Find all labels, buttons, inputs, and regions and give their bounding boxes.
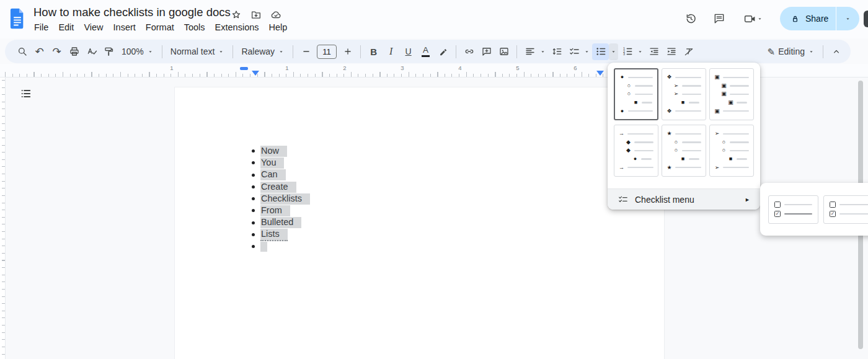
increase-font-size-button[interactable] xyxy=(339,43,356,60)
list-item[interactable]: Checklists xyxy=(175,193,664,205)
right-indent-marker[interactable] xyxy=(596,71,604,76)
checklist-style-option-2[interactable]: ✓ xyxy=(823,195,868,224)
checked-checkbox-icon: ✓ xyxy=(830,211,836,217)
indent-decrease-icon xyxy=(649,46,660,57)
bullet-style-option-6[interactable]: ➢○○■➢ xyxy=(709,125,754,177)
bulleted-list-button[interactable] xyxy=(592,43,609,60)
redo-button[interactable]: ↷ xyxy=(48,43,65,60)
plus-icon xyxy=(342,46,353,57)
decrease-indent-button[interactable] xyxy=(645,43,662,60)
align-button[interactable] xyxy=(521,43,538,60)
spelling-check-button[interactable] xyxy=(83,43,100,60)
bullet-style-option-3[interactable]: ▣▣▣▣▣ xyxy=(709,68,754,120)
undo-button[interactable]: ↶ xyxy=(31,43,48,60)
menu-file[interactable]: File xyxy=(29,21,53,33)
menu-bar: FileEditViewInsertFormatToolsExtensionsH… xyxy=(29,21,292,33)
ruler-inch-label: 6 xyxy=(574,64,577,71)
share-button[interactable]: Share xyxy=(780,7,859,30)
numbered-list-button[interactable]: 123 xyxy=(619,43,636,60)
image-icon xyxy=(498,46,510,57)
hide-menus-button[interactable] xyxy=(828,43,844,60)
font-size-input[interactable]: 11 xyxy=(317,45,337,59)
bullet-style-options: ●○○■●❖➢➢■❖▣▣▣▣▣→◆◆●→★○○■★➢○○■➢ xyxy=(614,68,754,177)
menu-tools[interactable]: Tools xyxy=(179,21,210,33)
insert-image-button[interactable] xyxy=(495,43,512,60)
selected-word: Create xyxy=(260,182,296,193)
link-icon xyxy=(464,46,475,57)
first-line-indent-marker[interactable] xyxy=(240,67,248,70)
menu-edit[interactable]: Edit xyxy=(53,21,79,33)
bold-button[interactable]: B xyxy=(365,43,382,60)
list-item[interactable]: Create xyxy=(175,181,664,193)
document-title[interactable]: How to make checklists in google docs xyxy=(33,6,231,19)
increase-indent-button[interactable] xyxy=(663,43,680,60)
join-call-button[interactable] xyxy=(740,10,766,27)
ruler-inch-label: 5 xyxy=(516,64,519,71)
decrease-font-size-button[interactable] xyxy=(298,43,314,60)
bullet-style-option-4[interactable]: →◆◆●→ xyxy=(614,125,658,177)
add-comment-icon xyxy=(481,46,492,57)
list-item[interactable]: From xyxy=(175,205,664,216)
bullet-style-option-2[interactable]: ❖➢➢■❖ xyxy=(662,68,706,120)
vertical-ruler[interactable] xyxy=(0,78,6,359)
avatar[interactable] xyxy=(864,11,868,27)
styles-select[interactable]: Normal text xyxy=(167,43,229,60)
bullet-list-icon xyxy=(595,46,606,57)
share-dropdown[interactable] xyxy=(836,7,859,30)
version-history-button[interactable] xyxy=(682,10,699,27)
selected-empty-item xyxy=(260,242,267,252)
checklist-style-option-1[interactable]: ✓ xyxy=(768,195,818,224)
italic-button[interactable]: I xyxy=(383,43,399,60)
list-item[interactable]: Can xyxy=(175,169,664,181)
font-select[interactable]: Raleway xyxy=(237,43,288,60)
caret-down-icon xyxy=(808,48,815,55)
insert-link-button[interactable] xyxy=(461,43,477,60)
svg-text:3: 3 xyxy=(622,52,624,56)
share-label: Share xyxy=(805,14,828,24)
list-item[interactable]: Bulleted xyxy=(175,217,664,229)
cloud-saved-icon[interactable] xyxy=(270,9,282,21)
move-folder-icon[interactable] xyxy=(250,9,262,21)
left-indent-marker[interactable] xyxy=(252,71,259,76)
undo-icon: ↶ xyxy=(35,47,43,57)
list-item[interactable]: Now xyxy=(175,145,664,157)
star-icon[interactable] xyxy=(230,9,242,21)
highlight-color-button[interactable] xyxy=(435,43,451,60)
checklist-menu-item[interactable]: Checklist menu ► xyxy=(608,188,760,210)
search-button[interactable] xyxy=(14,43,30,60)
editing-mode[interactable]: ✎Editing xyxy=(764,43,818,60)
selected-word: Now xyxy=(260,146,287,157)
menu-view[interactable]: View xyxy=(79,21,108,33)
align-dropdown[interactable] xyxy=(538,43,547,60)
google-docs-logo[interactable] xyxy=(9,7,26,30)
submenu-arrow-icon: ► xyxy=(745,197,750,203)
menu-extensions[interactable]: Extensions xyxy=(210,21,264,33)
lock-icon xyxy=(790,14,800,24)
show-outline-button[interactable] xyxy=(15,82,37,105)
bullet-style-option-5[interactable]: ★○○■★ xyxy=(662,125,706,177)
zoom-select[interactable]: 100% xyxy=(118,43,157,60)
add-comment-button[interactable] xyxy=(478,43,495,60)
selected-word: Bulleted xyxy=(260,217,301,228)
open-comments-button[interactable] xyxy=(711,10,728,27)
folder-move-icon xyxy=(250,9,262,20)
list-item[interactable] xyxy=(175,241,664,252)
menu-help[interactable]: Help xyxy=(264,21,293,33)
underline-button[interactable]: U xyxy=(400,43,417,60)
menu-insert[interactable]: Insert xyxy=(108,21,141,33)
clear-formatting-button[interactable] xyxy=(680,43,697,60)
paint-format-button[interactable] xyxy=(100,43,117,60)
line-spacing-button[interactable] xyxy=(548,43,565,60)
checklist-button[interactable] xyxy=(565,43,582,60)
checklist-dropdown[interactable] xyxy=(582,43,591,60)
bulleted-list-dropdown[interactable] xyxy=(609,43,618,60)
vruler-ticks xyxy=(2,80,5,357)
list-item[interactable]: Lists xyxy=(175,229,664,241)
bullet-style-option-1[interactable]: ●○○■● xyxy=(614,68,658,120)
list-item[interactable]: You xyxy=(175,157,664,169)
document-page[interactable]: NowYouCanCreateChecklistsFromBulletedLis… xyxy=(174,87,665,359)
text-color-button[interactable]: A xyxy=(417,43,434,60)
numbered-list-dropdown[interactable] xyxy=(636,43,645,60)
print-button[interactable] xyxy=(66,43,82,60)
menu-format[interactable]: Format xyxy=(141,21,179,33)
